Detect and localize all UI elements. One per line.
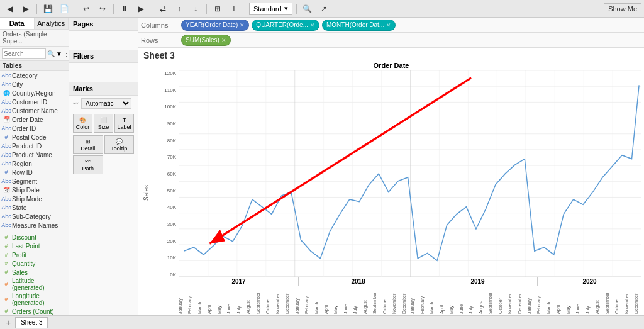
show-me-button[interactable]: Show Me xyxy=(604,3,641,14)
field-last-point[interactable]: #Last Point xyxy=(0,242,69,250)
field-country[interactable]: 🌐Country/Region xyxy=(0,89,69,98)
pill-close-icon[interactable]: ✕ xyxy=(386,22,391,28)
swap-button[interactable]: ⇄ xyxy=(156,3,170,15)
fit-button[interactable]: ⊞ xyxy=(211,3,225,15)
detail-button[interactable]: ⊞ Detail xyxy=(73,135,103,154)
sheet-tab-3[interactable]: Sheet 3 xyxy=(15,317,48,328)
dim-icon: Abc xyxy=(3,125,10,132)
field-latitude[interactable]: #Latitude (generated) xyxy=(0,277,69,292)
size-label: Size xyxy=(98,124,109,130)
num-icon: # xyxy=(3,133,10,141)
datasource-name[interactable]: Orders (Sample - Supe... xyxy=(0,30,69,47)
field-customer-name[interactable]: AbcCustomer Name xyxy=(0,106,69,115)
svg-text:November: November xyxy=(508,293,512,314)
x-axis: 2017 2018 2019 2020 xyxy=(179,277,641,315)
columns-pill-month[interactable]: MONTH(Order Dat... ✕ xyxy=(322,20,396,31)
sort-asc-button[interactable]: ↑ xyxy=(172,3,186,15)
y-tick: 40K xyxy=(151,204,179,210)
field-category[interactable]: AbcCategory xyxy=(0,71,69,80)
field-label: Profit xyxy=(12,252,26,259)
field-sub-category[interactable]: AbcSub-Category xyxy=(0,212,69,221)
field-orders-count[interactable]: #Orders (Count) xyxy=(0,307,69,315)
field-product-name[interactable]: AbcProduct Name xyxy=(0,150,69,159)
field-discount[interactable]: #Discount xyxy=(0,233,69,242)
size-button[interactable]: ⬜ Size xyxy=(94,114,113,133)
sort-desc-button[interactable]: ↓ xyxy=(189,3,203,15)
field-sales[interactable]: #Sales xyxy=(0,268,69,277)
path-button[interactable]: 〰 Path xyxy=(73,155,103,174)
field-product-id[interactable]: AbcProduct ID xyxy=(0,142,69,150)
filters-panel: Filters xyxy=(69,50,138,82)
tab-analytics[interactable]: Analytics xyxy=(35,18,69,29)
new-button[interactable]: 📄 xyxy=(57,3,71,15)
field-row-id[interactable]: #Row ID xyxy=(0,168,69,177)
y-axis: 0K 10K 20K 30K 40K 50K 60K 70K 80K 90K xyxy=(151,70,179,315)
svg-text:January: January xyxy=(179,298,183,314)
search-input[interactable] xyxy=(2,48,46,59)
mea-icon: # xyxy=(3,242,10,250)
highlight-button[interactable]: 🔍 xyxy=(301,3,314,15)
marks-type-select[interactable]: Automatic xyxy=(81,98,131,109)
dim-icon: Abc xyxy=(3,98,10,106)
forward-button[interactable]: ▶ xyxy=(19,3,33,15)
pill-close-icon[interactable]: ✕ xyxy=(310,22,315,28)
field-label: Category xyxy=(12,72,38,79)
svg-text:August: August xyxy=(246,300,251,314)
run-button[interactable]: ▶ xyxy=(134,3,148,15)
field-ship-mode[interactable]: AbcShip Mode xyxy=(0,194,69,203)
field-quantity[interactable]: #Quantity xyxy=(0,259,69,268)
data-panel: Data Analytics Orders (Sample - Supe... … xyxy=(0,18,69,315)
color-button[interactable]: 🎨 Color xyxy=(73,114,92,133)
view-label: Standard xyxy=(253,5,282,13)
columns-pill-quarter[interactable]: QUARTER(Orde... ✕ xyxy=(252,20,319,31)
field-ship-date[interactable]: 📅Ship Date xyxy=(0,186,69,194)
field-segment[interactable]: AbcSegment xyxy=(0,177,69,186)
svg-text:March: March xyxy=(314,301,319,314)
year-2020: 2020 xyxy=(538,277,641,286)
pill-label: MONTH(Order Dat... xyxy=(326,21,384,28)
marks-controls2: ⊞ Detail 💬 Tooltip 〰 Path xyxy=(69,135,138,177)
rows-pill-sales[interactable]: SUM(Sales) ✕ xyxy=(181,35,231,46)
year-row: 2017 2018 2019 2020 xyxy=(179,277,641,286)
pill-close-icon[interactable]: ✕ xyxy=(221,37,226,43)
field-label: Measure Names xyxy=(12,222,58,229)
field-order-id[interactable]: AbcOrder ID xyxy=(0,124,69,133)
month-labels-svg: January February March April May June Ju… xyxy=(179,286,641,315)
svg-text:April: April xyxy=(557,305,562,314)
mea-icon: # xyxy=(3,281,10,288)
filter-icon[interactable]: ▼ xyxy=(56,50,62,57)
columns-pill-year[interactable]: YEAR(Order Date) ✕ xyxy=(181,20,249,31)
field-state[interactable]: AbcState xyxy=(0,203,69,212)
share-button[interactable]: ↗ xyxy=(317,3,331,15)
svg-text:July: July xyxy=(469,306,474,314)
tab-data[interactable]: Data xyxy=(0,18,35,29)
pill-close-icon[interactable]: ✕ xyxy=(240,22,245,28)
y-tick: 0K xyxy=(151,272,179,277)
view-dropdown[interactable]: Standard ▾ xyxy=(249,3,292,15)
field-order-date[interactable]: 📅Order Date xyxy=(0,115,69,124)
save-button[interactable]: 💾 xyxy=(41,3,55,15)
label-button[interactable]: T Label xyxy=(114,114,134,133)
y-axis-label: Sales xyxy=(141,70,151,315)
field-customer-id[interactable]: AbcCustomer ID xyxy=(0,98,69,106)
add-sheet-button[interactable]: + xyxy=(3,317,14,328)
tooltip-button[interactable]: 💬 Tooltip xyxy=(104,135,135,154)
y-tick: 60K xyxy=(151,171,179,177)
field-measure-names[interactable]: AbcMeasure Names xyxy=(0,221,69,230)
pause-button[interactable]: ⏸ xyxy=(118,3,131,15)
field-postal-code[interactable]: #Postal Code xyxy=(0,133,69,142)
field-region[interactable]: AbcRegion xyxy=(0,159,69,168)
svg-text:May: May xyxy=(334,305,339,314)
field-longitude[interactable]: #Longitude (generated) xyxy=(0,292,69,307)
num-icon: # xyxy=(3,169,10,176)
redo-button[interactable]: ↪ xyxy=(96,3,109,15)
labels-button[interactable]: T xyxy=(227,3,241,15)
svg-text:November: November xyxy=(275,293,280,314)
back-button[interactable]: ◀ xyxy=(3,3,16,15)
field-city[interactable]: AbcCity xyxy=(0,80,69,89)
y-tick: 50K xyxy=(151,188,179,194)
undo-button[interactable]: ↩ xyxy=(79,3,93,15)
field-profit[interactable]: #Profit xyxy=(0,250,69,259)
svg-text:March: March xyxy=(197,301,202,314)
sheet-title: Sheet 3 xyxy=(143,50,175,60)
